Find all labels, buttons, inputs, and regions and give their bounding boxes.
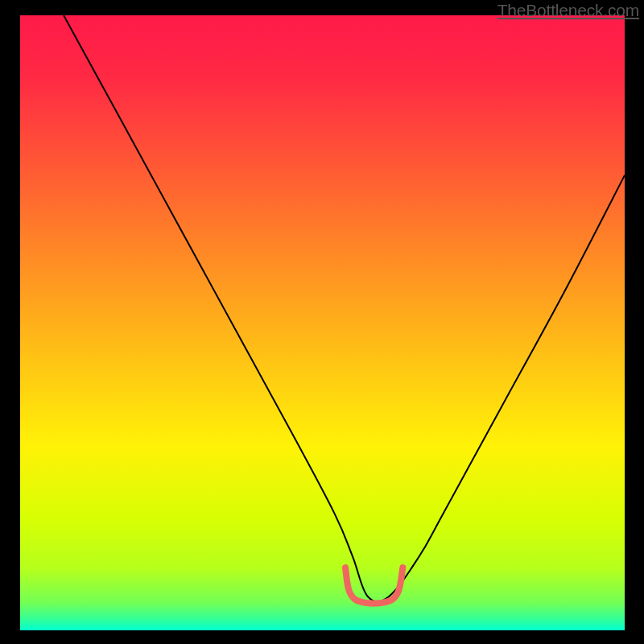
- plot-frame: [20, 15, 625, 630]
- bottleneck-curve: [64, 15, 625, 602]
- attribution-link[interactable]: TheBottleneck.com: [497, 1, 639, 20]
- flat-highlight: [345, 568, 402, 603]
- curve-layer: [20, 15, 625, 630]
